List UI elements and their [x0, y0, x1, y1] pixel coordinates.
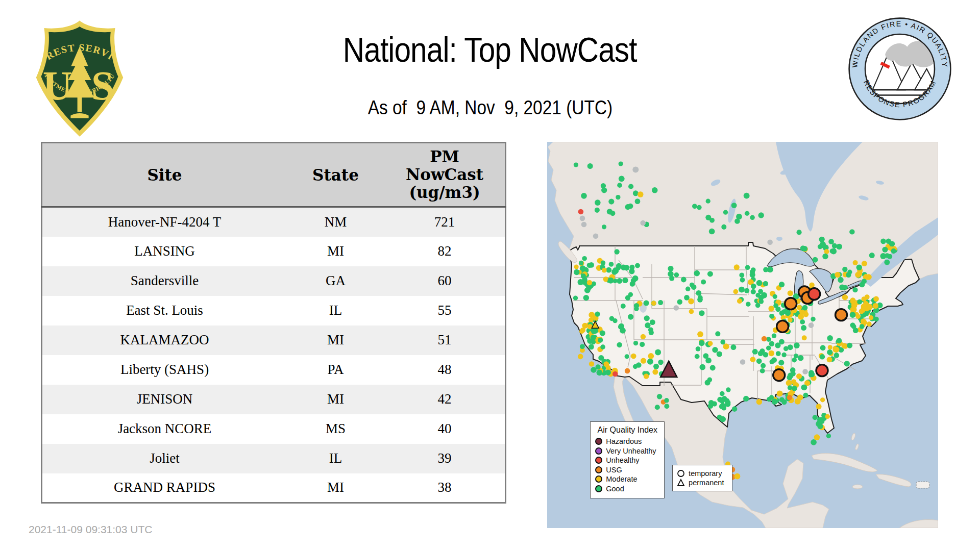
aqi-dot-good — [668, 271, 674, 277]
pm-value-cell: 82 — [384, 237, 506, 266]
pm-header-line3: (ug/m3) — [385, 184, 504, 202]
aqi-dot-good — [699, 364, 705, 370]
aqi-dot-good — [591, 328, 597, 334]
aqi-dot-good — [769, 341, 774, 346]
pm-value-cell: 55 — [384, 296, 506, 325]
aqi-dot-good — [842, 267, 847, 272]
legend-permanent: permanent — [677, 479, 728, 487]
site-cell: GRAND RAPIDS — [42, 473, 287, 503]
aqi-dot-good — [636, 362, 642, 368]
aqi-dot-nodata — [673, 305, 679, 311]
aqi-dot-good — [869, 253, 875, 258]
very_unhealthy-swatch-icon — [595, 447, 602, 455]
aqi-dot-moderate — [788, 290, 793, 296]
aqi-dot-moderate — [777, 390, 783, 396]
aqi-dot-good — [791, 371, 796, 376]
aqi-dot-good — [697, 297, 703, 303]
aqi-dot-moderate — [578, 354, 583, 360]
site-cell: Hanover-NF-4204 T — [42, 207, 287, 237]
aqi-dot-good — [767, 266, 773, 272]
state-cell: NM — [287, 207, 384, 237]
state-cell: IL — [287, 296, 384, 325]
aqi-dot-good — [752, 349, 758, 355]
table-row: Liberty (SAHS)PA48 — [42, 355, 506, 385]
aqi-dot-good — [644, 300, 649, 306]
site-type-legend: temporary permanent — [672, 465, 732, 491]
aqi-dot-nodata — [740, 359, 746, 365]
aqi-dot-good — [600, 344, 605, 349]
aqi-dot-good — [813, 257, 818, 263]
aqi-dot-moderate — [867, 321, 872, 327]
aqi-dot-good — [884, 260, 890, 265]
top-nowcast-table: Site State PM NowCast (ug/m3) Hanover-NF… — [41, 142, 506, 504]
state-cell: PA — [287, 355, 384, 385]
aqi-dot-good — [607, 278, 614, 284]
aqi-dot-good — [882, 247, 888, 253]
aqi-dot-good — [633, 341, 638, 345]
top-site-marker-usg — [836, 309, 847, 321]
aqi-dot-good — [658, 360, 663, 365]
aqi-dot-good — [581, 273, 586, 279]
aqi-dot-good — [616, 266, 621, 270]
aqi-dot-good — [692, 204, 697, 209]
aqi-dot-good — [598, 338, 603, 343]
aqi-dot-good — [617, 278, 622, 284]
aqi-dot-good — [611, 269, 618, 275]
aqi-dot-good — [635, 263, 640, 268]
aqi-dot-good — [788, 385, 792, 390]
aqi-dot-good — [781, 399, 787, 405]
aqi-dot-moderate — [589, 361, 594, 366]
aqi-dot-good — [820, 345, 826, 350]
pm-value-cell: 40 — [384, 414, 506, 444]
aqi-dot-good — [745, 211, 750, 216]
aqi-dot-moderate — [827, 357, 832, 362]
pm-value-cell: 48 — [384, 355, 506, 385]
aqi-dot-good — [750, 215, 754, 220]
pm-header-line1: PM — [385, 148, 504, 166]
aqi-legend-label: USG — [606, 466, 622, 474]
aqi-dot-moderate — [797, 305, 802, 310]
aqi-dot-good — [577, 279, 583, 285]
aqi-dot-good — [628, 314, 633, 319]
pm-value-cell: 42 — [384, 385, 506, 414]
aqi-dot-good — [819, 237, 824, 242]
aqi-dot-moderate — [602, 268, 607, 273]
aqi-dot-moderate — [589, 312, 595, 318]
aqi-dot-nodata — [593, 233, 599, 239]
hazardous-swatch-icon — [595, 438, 602, 445]
aqi-dot-good — [792, 386, 797, 391]
aqi-dot-good — [589, 344, 594, 349]
site-cell: LANSING — [42, 237, 287, 266]
aqi-dot-good — [650, 319, 655, 325]
aqi-dot-good — [609, 262, 614, 267]
aqi-dot-good — [827, 335, 833, 341]
unhealthy-swatch-icon — [595, 457, 602, 464]
puerto-rico — [916, 482, 929, 488]
aqi-dot-good — [723, 210, 728, 215]
aqi-dot-good — [616, 195, 620, 199]
aqi-dot-good — [655, 349, 661, 355]
aqi-dot-good — [628, 204, 633, 209]
aqi-dot-good — [779, 339, 785, 344]
aqi-legend-item: Moderate — [595, 475, 659, 483]
state-cell: IL — [287, 444, 384, 473]
table-row: East St. LouisIL55 — [42, 296, 506, 325]
aqi-dot-moderate — [825, 414, 830, 419]
aqi-dot-moderate — [587, 280, 592, 285]
aqi-dot-good — [820, 241, 826, 247]
aqi-dot-moderate — [869, 315, 873, 320]
aqi-dot-good — [776, 351, 781, 356]
aqi-dot-good — [740, 278, 745, 283]
aqi-dot-good — [834, 353, 840, 358]
aqi-dot-good — [712, 347, 718, 353]
state-cell: MI — [287, 385, 384, 414]
aqi-dot-moderate — [796, 373, 802, 379]
aqi-dot-moderate — [644, 373, 649, 379]
aqi-dot-moderate — [574, 264, 579, 269]
aqi-dot-good — [631, 278, 636, 283]
top-site-marker-unhealthy — [808, 288, 820, 300]
aqi-dot-nodata — [808, 322, 814, 328]
aqi-legend-label: Hazardous — [606, 437, 642, 445]
aqi-dot-good — [581, 193, 587, 199]
aqi-dot-good — [573, 295, 578, 300]
